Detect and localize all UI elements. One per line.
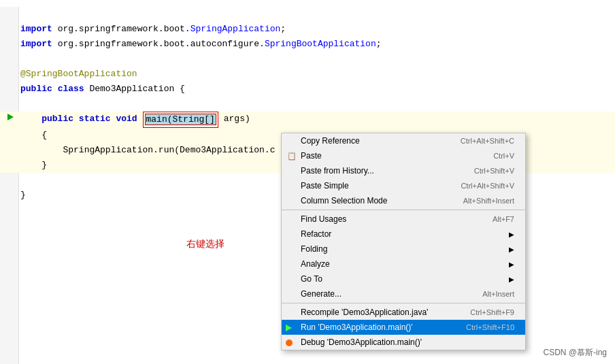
menu-item-copy-reference[interactable]: Copy Reference Ctrl+Alt+Shift+C [282, 133, 525, 148]
menu-item-label: Folding [301, 244, 327, 254]
menu-item-label: Debug 'Demo3Application.main()' [301, 337, 422, 347]
context-menu: Copy Reference Ctrl+Alt+Shift+C 📋 Paste … [281, 133, 526, 350]
menu-item-shortcut: Ctrl+Shift+V [474, 167, 514, 175]
menu-item-label: Analyze [301, 259, 330, 269]
menu-item-shortcut: Alt+Shift+Insert [463, 197, 514, 205]
menu-item-find-usages[interactable]: Find Usages Alt+F7 [282, 212, 525, 227]
code-text: Demo3Application { [89, 82, 184, 97]
code-text: ; [280, 22, 286, 37]
keyword: static [79, 112, 111, 127]
menu-item-label: Paste from History... [301, 166, 374, 176]
submenu-arrow-icon: ▶ [509, 261, 514, 268]
debug-icon [286, 337, 295, 347]
menu-item-refactor[interactable]: Refactor ▶ [282, 227, 525, 242]
keyword: import [20, 22, 52, 37]
menu-item-shortcut: Ctrl+Alt+Shift+V [461, 182, 514, 190]
menu-item-label: Paste Simple [301, 181, 349, 191]
code-line: @SpringBootApplication [0, 67, 615, 82]
keyword: class [58, 82, 84, 97]
menu-separator [282, 303, 525, 303]
menu-item-label: Generate... [301, 289, 342, 299]
menu-item-label: Recompile 'Demo3Application.java' [301, 308, 428, 317]
keyword: public [20, 82, 52, 97]
menu-item-column-selection[interactable]: Column Selection Mode Alt+Shift+Insert [282, 193, 525, 208]
code-line [0, 7, 615, 22]
code-line: import org.springframework.boot.SpringAp… [0, 22, 615, 37]
run-play-icon [286, 322, 295, 332]
code-text: ; [376, 37, 382, 52]
menu-item-shortcut: Ctrl+Shift+F10 [466, 323, 514, 331]
code-text: args) [224, 112, 250, 127]
menu-item-generate[interactable]: Generate... Alt+Insert [282, 286, 525, 301]
submenu-arrow-icon: ▶ [509, 276, 514, 283]
menu-item-shortcut: Alt+F7 [493, 215, 514, 223]
menu-item-analyze[interactable]: Analyze ▶ [282, 257, 525, 271]
code-line: import org.springframework.boot.autoconf… [0, 37, 615, 52]
svg-marker-0 [7, 114, 14, 120]
menu-item-folding[interactable]: Folding ▶ [282, 242, 525, 257]
menu-item-shortcut: Alt+Insert [482, 290, 514, 298]
code-text: { [41, 128, 47, 143]
code-text: org.springframework.boot. [58, 22, 190, 37]
code-annotation: @SpringBootApplication [20, 67, 137, 82]
keyword: public [41, 112, 73, 127]
code-text: SpringApplication.run(Demo3Application.c [63, 143, 275, 158]
chinese-label: 右键选择 [186, 238, 225, 250]
code-text: SpringApplication [190, 22, 281, 37]
code-line: public class Demo3Application { [0, 82, 615, 97]
code-text: org.springframework.boot.autoconfigure. [58, 37, 265, 52]
menu-item-paste[interactable]: 📋 Paste Ctrl+V [282, 148, 525, 163]
code-text: SpringBootApplication [265, 37, 376, 52]
submenu-arrow-icon: ▶ [509, 231, 514, 238]
menu-item-run[interactable]: Run 'Demo3Application.main()' Ctrl+Shift… [282, 320, 525, 335]
menu-item-label: Copy Reference [301, 136, 360, 146]
menu-item-shortcut: Ctrl+Alt+Shift+C [461, 137, 514, 145]
menu-item-paste-history[interactable]: Paste from History... Ctrl+Shift+V [282, 163, 525, 178]
paste-icon: 📋 [287, 152, 297, 161]
code-line [0, 97, 615, 112]
menu-item-recompile[interactable]: Recompile 'Demo3Application.java' Ctrl+S… [282, 305, 525, 320]
code-text: } [20, 188, 26, 203]
code-text: } [41, 158, 47, 173]
menu-item-goto[interactable]: Go To ▶ [282, 271, 525, 286]
selected-method: main(String[] [143, 112, 218, 128]
keyword: void [116, 112, 137, 127]
menu-item-shortcut: Ctrl+V [493, 152, 514, 160]
menu-item-label: Go To [301, 274, 322, 284]
menu-item-debug[interactable]: Debug 'Demo3Application.main()' [282, 335, 525, 350]
code-text: main(String[] [145, 114, 216, 125]
menu-separator [282, 210, 525, 210]
keyword: import [20, 37, 52, 52]
submenu-arrow-icon: ▶ [509, 246, 514, 253]
menu-item-label: Run 'Demo3Application.main()' [301, 322, 413, 332]
menu-item-paste-simple[interactable]: Paste Simple Ctrl+Alt+Shift+V [282, 178, 525, 193]
menu-item-label: Find Usages [301, 214, 346, 224]
menu-item-label: Paste [301, 151, 322, 161]
menu-item-label: Refactor [301, 229, 331, 239]
watermark: CSDN @慕斯-ing [543, 347, 607, 359]
code-line [0, 52, 615, 67]
menu-item-shortcut: Ctrl+Shift+F9 [470, 308, 514, 316]
code-line-highlighted: public static void main(String[] args) [0, 112, 615, 128]
code-editor: import org.springframework.boot.SpringAp… [0, 0, 615, 364]
run-gutter-icon [5, 112, 15, 122]
menu-item-label: Column Selection Mode [301, 196, 387, 205]
